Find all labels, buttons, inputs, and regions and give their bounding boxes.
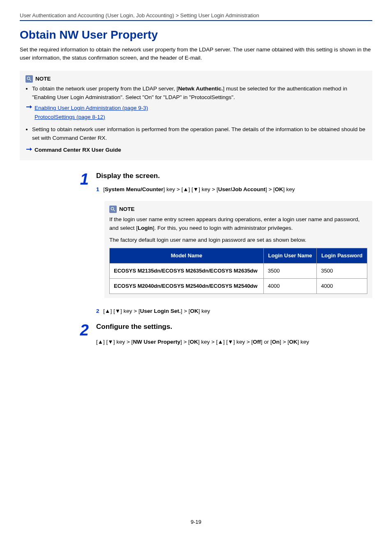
step-1-sub-2: 2 [▲] [▼] key > [User Login Set.] > [OK]… <box>96 307 372 315</box>
inner-note-header: NOTE <box>109 205 367 214</box>
step-1-heading: Display the screen. <box>96 172 160 180</box>
inner-note-box: NOTE If the login user name entry screen… <box>104 201 372 298</box>
step-1-sub-1: 1 [System Menu/Counter] key > [▲] [▼] ke… <box>96 185 372 194</box>
cell-model: ECOSYS M2040dn/ECOSYS M2540dn/ECOSYS M25… <box>110 278 264 294</box>
divider <box>20 20 372 21</box>
link-protocol-settings[interactable]: ProtocolSettings (page 8-12) <box>35 113 148 122</box>
inner-note-label: NOTE <box>119 205 135 214</box>
page-number: 9-19 <box>20 519 372 525</box>
step-2-row: 2 Configure the settings. <box>77 323 372 336</box>
th-user: Login User Name <box>263 248 316 263</box>
cell-model: ECOSYS M2135dn/ECOSYS M2635dn/ECOSYS M26… <box>110 263 264 278</box>
breadcrumb: User Authentication and Accounting (User… <box>20 12 372 18</box>
cell-user: 4000 <box>263 278 316 294</box>
note-icon <box>25 75 33 83</box>
table-row: ECOSYS M2040dn/ECOSYS M2540dn/ECOSYS M25… <box>110 278 367 294</box>
arrow-right-icon <box>26 146 32 153</box>
link-enabling-user-login[interactable]: Enabling User Login Administration (page… <box>35 104 148 113</box>
th-pass: Login Password <box>317 248 367 263</box>
ref-row: Command Center RX User Guide <box>26 146 367 155</box>
link-row-1: Enabling User Login Administration (page… <box>26 104 367 121</box>
note-bullet-2: Setting to obtain network user informati… <box>32 125 367 143</box>
note-box: NOTE To obtain the network user property… <box>20 71 372 161</box>
note-bullet-list-2: Setting to obtain network user informati… <box>25 125 367 143</box>
cell-pass: 4000 <box>317 278 367 294</box>
inner-note-p1: If the login user name entry screen appe… <box>109 215 367 233</box>
login-defaults-table: Model Name Login User Name Login Passwor… <box>109 248 367 294</box>
step-2-number: 2 <box>77 324 89 336</box>
step-1-row: 1 Display the screen. <box>77 172 372 185</box>
cell-user: 3500 <box>263 263 316 278</box>
th-model: Model Name <box>110 248 264 263</box>
note-icon <box>109 206 117 213</box>
note-label: NOTE <box>35 75 51 83</box>
note-bullet-list: To obtain the network user property from… <box>25 85 367 102</box>
table-row: ECOSYS M2135dn/ECOSYS M2635dn/ECOSYS M26… <box>110 263 367 278</box>
step-2-heading: Configure the settings. <box>96 323 172 331</box>
step-2-content: [▲] [▼] key > [NW User Property] > [OK] … <box>96 338 372 346</box>
inner-note-p2: The factory default login user name and … <box>109 236 367 245</box>
page-title: Obtain NW User Property <box>20 28 372 42</box>
cell-pass: 3500 <box>317 263 367 278</box>
note-header: NOTE <box>25 75 367 83</box>
note-bullet-1: To obtain the network user property from… <box>32 85 367 102</box>
step-1-content: 1 [System Menu/Counter] key > [▲] [▼] ke… <box>96 185 372 316</box>
intro-text: Set the required information to obtain t… <box>20 46 372 62</box>
step-1-number: 1 <box>77 173 89 185</box>
arrow-right-icon <box>26 104 32 111</box>
command-center-ref: Command Center RX User Guide <box>35 146 121 155</box>
